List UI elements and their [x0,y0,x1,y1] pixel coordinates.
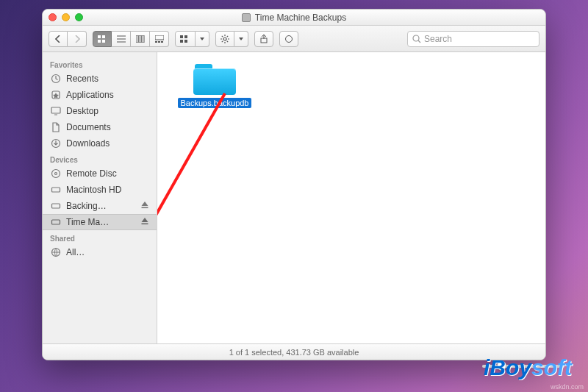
sidebar-item-desktop[interactable]: Desktop [43,103,157,119]
search-icon [412,35,421,43]
svg-rect-15 [184,35,187,38]
action-chevron[interactable] [234,31,248,47]
svg-point-36 [52,170,60,178]
drive-icon [50,216,62,228]
svg-rect-41 [52,220,60,224]
sidebar-item-label: Macintosh HD [66,185,151,195]
svg-line-23 [222,35,223,36]
view-mode-buttons [93,31,169,47]
svg-line-44 [157,93,225,257]
svg-rect-3 [102,40,105,43]
zoom-button[interactable] [75,13,83,21]
drive-icon [50,184,62,196]
watermark-logo: iBoysoft [484,355,572,380]
close-button[interactable] [49,13,57,21]
window-title: Time Machine Backups [242,13,346,23]
sidebar-item-label: Time Ma… [66,217,136,227]
tag-icon [284,35,293,43]
arrange-menu [175,31,209,47]
titlebar: Time Machine Backups [43,10,545,26]
sidebar-item-label: Downloads [66,138,151,149]
nav-buttons [49,31,87,47]
svg-rect-39 [52,204,60,208]
svg-rect-10 [155,35,164,40]
sidebar-item-remote-disc[interactable]: Remote Disc [43,165,157,182]
folder-label: Backups.backupdb [178,98,252,108]
sidebar-item-recents[interactable]: Recents [43,71,157,87]
finder-window: Time Machine Backups [42,9,546,360]
svg-rect-14 [180,35,183,38]
sidebar-item-documents[interactable]: Documents [43,119,157,135]
svg-point-28 [286,35,293,42]
drive-icon [242,13,251,22]
svg-rect-33 [51,107,60,113]
forward-button[interactable] [68,31,87,47]
toolbar: Search [43,26,545,52]
folder-icon [193,63,236,95]
svg-line-24 [227,40,228,41]
svg-point-29 [413,35,419,41]
disc-icon [50,168,62,179]
eject-icon[interactable] [140,201,151,211]
action-button[interactable] [215,31,234,47]
svg-rect-0 [98,35,101,38]
gear-icon [220,35,229,43]
svg-rect-17 [184,40,187,43]
sidebar-item-macintosh-hd[interactable]: Macintosh HD [43,182,157,198]
group-by-chevron[interactable] [196,31,209,47]
content-area[interactable]: Backups.backupdb [157,52,545,343]
sidebar-item-all-shared[interactable]: All… [43,244,157,260]
tags-button[interactable] [279,31,298,47]
sidebar-item-downloads[interactable]: Downloads [43,135,157,152]
sidebar-item-label: All… [66,247,151,257]
sidebar-item-backing[interactable]: Backing… [43,198,157,214]
sidebar-item-time-machine[interactable]: Time Ma… [43,214,157,230]
app-icon [50,89,62,101]
folder-item-backupdb[interactable]: Backups.backupdb [179,63,250,108]
shared-header: Shared [43,230,157,244]
globe-icon [50,246,62,258]
svg-rect-2 [98,40,101,43]
sidebar-item-applications[interactable]: Applications [43,87,157,103]
minimize-button[interactable] [62,13,70,21]
share-icon [259,35,268,43]
search-placeholder: Search [424,34,452,44]
drive-icon [50,200,62,212]
svg-rect-11 [155,41,157,43]
svg-rect-9 [142,35,144,43]
devices-header: Devices [43,152,157,165]
doc-icon [50,121,62,133]
back-button[interactable] [49,31,68,47]
sidebar-item-label: Applications [66,90,151,100]
window-controls [49,13,83,21]
svg-point-18 [223,38,226,40]
svg-rect-7 [136,35,138,43]
list-view-button[interactable] [112,31,131,47]
source-caption: wskdn.com [551,383,584,391]
gallery-view-button[interactable] [150,31,169,47]
svg-rect-16 [180,40,183,43]
svg-rect-8 [139,35,141,43]
search-field[interactable]: Search [407,31,539,47]
svg-rect-13 [161,41,163,43]
svg-line-26 [222,40,223,41]
column-view-button[interactable] [131,31,150,47]
sidebar-item-label: Desktop [66,106,151,116]
sidebar-item-label: Remote Disc [66,168,151,179]
svg-line-30 [418,40,420,43]
sidebar: Favorites Recents Applications Desktop D… [43,52,157,343]
desktop-icon [50,105,62,117]
sidebar-item-label: Documents [66,122,151,132]
group-by-button[interactable] [175,31,196,47]
sidebar-item-label: Recents [66,74,151,84]
share-button[interactable] [254,31,273,47]
favorites-header: Favorites [43,57,157,71]
action-menu [215,31,248,47]
clock-icon [50,73,62,85]
window-title-text: Time Machine Backups [255,13,346,23]
svg-line-25 [227,35,228,36]
download-icon [50,138,62,149]
eject-icon[interactable] [140,217,151,227]
icon-view-button[interactable] [93,31,112,47]
status-text: 1 of 1 selected, 431.73 GB available [229,348,359,357]
